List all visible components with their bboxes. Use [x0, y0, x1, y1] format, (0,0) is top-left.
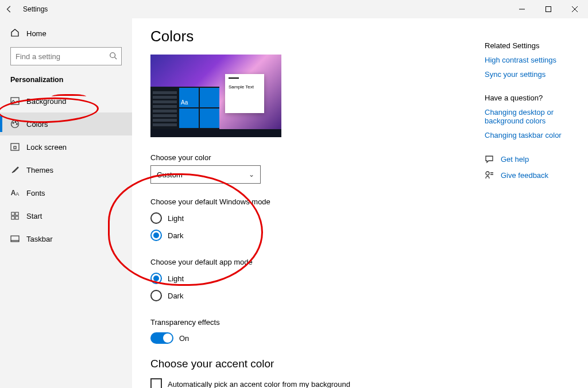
nav-label: Start: [26, 212, 42, 220]
nav-label: Fonts: [26, 189, 45, 197]
svg-point-4: [110, 53, 115, 58]
start-icon: [10, 211, 20, 220]
home-label: Home: [26, 29, 47, 38]
svg-line-5: [115, 57, 117, 60]
search-input[interactable]: [10, 47, 122, 65]
transparency-label: Transparency effects: [150, 318, 466, 327]
nav-label: Lock screen: [26, 143, 67, 152]
nav-label: Themes: [26, 166, 53, 174]
checkbox-label: Automatically pick an accent color from …: [168, 380, 350, 389]
nav-fonts[interactable]: AA Fonts: [0, 181, 132, 204]
nav-taskbar[interactable]: Taskbar: [0, 227, 132, 250]
svg-rect-12: [14, 146, 16, 149]
app-title: Settings: [23, 5, 48, 13]
radio-icon: [150, 212, 162, 224]
close-button[interactable]: [562, 0, 588, 18]
app-mode-light[interactable]: Light: [150, 270, 466, 287]
radio-icon: [150, 273, 162, 284]
svg-rect-11: [11, 143, 19, 150]
nav-background[interactable]: Background: [0, 90, 132, 112]
feedback-icon: [485, 170, 494, 180]
chevron-down-icon: ⌄: [249, 170, 254, 179]
content: Colors Aa Sample Text: [132, 18, 485, 388]
svg-point-19: [486, 172, 489, 175]
app-mode-dark[interactable]: Dark: [150, 287, 466, 304]
transparency-toggle[interactable]: [150, 332, 173, 344]
accent-heading: Choose your accent color: [150, 358, 466, 370]
link-sync-settings[interactable]: Sync your settings: [485, 70, 581, 79]
link-changing-colors[interactable]: Changing desktop or background colors: [485, 108, 581, 125]
sidebar: Home Personalization Background Colors L…: [0, 18, 132, 388]
back-button[interactable]: [0, 0, 18, 18]
question-heading: Have a question?: [485, 94, 581, 102]
nav-start[interactable]: Start: [0, 204, 132, 227]
svg-rect-1: [546, 7, 551, 12]
related-heading: Related Settings: [485, 41, 581, 50]
brush-icon: [10, 165, 20, 174]
chat-icon: [485, 154, 494, 164]
radio-label: Light: [168, 274, 184, 283]
search-icon: [109, 52, 117, 61]
nav-colors[interactable]: Colors: [0, 112, 132, 135]
nav-lockscreen[interactable]: Lock screen: [0, 135, 132, 158]
taskbar-icon: [10, 234, 20, 243]
windows-mode-label: Choose your default Windows mode: [150, 197, 466, 206]
minimize-button[interactable]: [509, 0, 535, 18]
nav-label: Taskbar: [26, 235, 53, 243]
color-preview: Aa Sample Text: [150, 55, 281, 137]
svg-rect-15: [11, 216, 14, 219]
give-feedback-link[interactable]: Give feedback: [485, 170, 581, 180]
maximize-button[interactable]: [535, 0, 562, 18]
nav-themes[interactable]: Themes: [0, 158, 132, 181]
windows-mode-light[interactable]: Light: [150, 209, 466, 227]
choose-color-select[interactable]: Custom ⌄: [150, 165, 261, 184]
toggle-state: On: [179, 334, 189, 343]
select-value: Custom: [157, 170, 183, 179]
svg-point-9: [15, 122, 16, 123]
svg-rect-13: [11, 212, 14, 215]
svg-rect-6: [11, 98, 19, 104]
preview-tile: Aa: [179, 88, 199, 107]
right-column: Related Settings High contrast settings …: [485, 18, 588, 388]
page-title: Colors: [150, 28, 466, 45]
feedback-label: Give feedback: [501, 171, 548, 180]
windows-mode-dark[interactable]: Dark: [150, 227, 466, 244]
svg-rect-16: [16, 216, 18, 219]
link-high-contrast[interactable]: High contrast settings: [485, 56, 581, 64]
app-mode-label: Choose your default app mode: [150, 258, 466, 266]
radio-label: Dark: [168, 292, 183, 300]
accent-auto-checkbox[interactable]: Automatically pick an accent color from …: [150, 378, 466, 388]
svg-rect-14: [16, 212, 18, 215]
radio-label: Light: [168, 214, 184, 223]
preview-sample-text: Sample Text: [229, 84, 254, 90]
get-help-link[interactable]: Get help: [485, 154, 581, 164]
radio-label: Dark: [168, 231, 183, 240]
link-changing-taskbar[interactable]: Changing taskbar color: [485, 131, 581, 139]
radio-icon: [150, 230, 162, 241]
lock-icon: [10, 142, 20, 152]
help-label: Get help: [501, 155, 529, 164]
choose-color-label: Choose your color: [150, 153, 466, 162]
palette-icon: [10, 119, 20, 129]
nav-label: Colors: [26, 120, 48, 129]
titlebar: Settings: [0, 0, 588, 18]
checkbox-icon: [150, 378, 162, 388]
category-label: Personalization: [0, 72, 132, 90]
svg-point-8: [13, 122, 14, 123]
svg-point-10: [17, 123, 18, 125]
nav-label: Background: [26, 97, 66, 106]
font-icon: AA: [10, 188, 20, 197]
radio-icon: [150, 290, 162, 301]
home-icon: [10, 28, 20, 39]
picture-icon: [10, 96, 20, 106]
home-button[interactable]: Home: [0, 22, 132, 45]
